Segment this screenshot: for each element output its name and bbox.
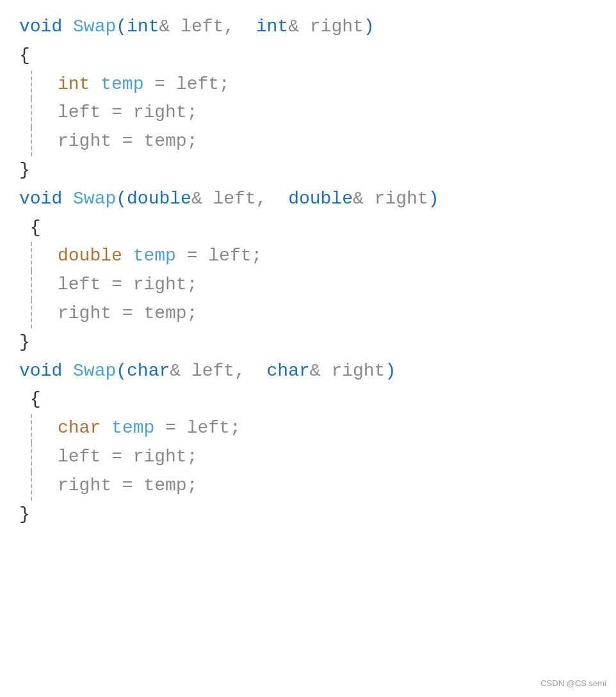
val-right2: right; — [133, 271, 198, 300]
val-temp3: temp; — [143, 472, 197, 501]
body-line-char-3: right = temp; — [31, 472, 603, 501]
val-left1: left; — [176, 70, 230, 99]
code-container: void Swap(int& left, int& right) { int t… — [0, 6, 616, 535]
open-brace-char: { — [13, 385, 603, 414]
body-line-double-3: right = temp; — [31, 300, 603, 328]
param-type-int2: int — [256, 13, 288, 42]
paren-close1: ) — [364, 13, 375, 42]
signature-line-char: void Swap(char& left, char& right) — [13, 357, 603, 386]
comma2: , — [256, 185, 267, 214]
param-right1: right — [310, 13, 364, 42]
amp4: & — [353, 185, 364, 214]
op-eq9: = — [122, 472, 133, 501]
amp1: & — [159, 13, 170, 42]
brace-open: { — [19, 42, 30, 70]
brace-open3: { — [30, 385, 41, 414]
func-name3: Swap — [73, 357, 116, 386]
param-left1: left — [181, 13, 223, 42]
paren-open2: ( — [116, 185, 127, 214]
param-type-double2: double — [288, 185, 353, 214]
param-right2: right — [375, 185, 428, 214]
func-name2: Swap — [73, 185, 116, 214]
param-left2: left — [213, 185, 256, 214]
paren-open3: ( — [116, 357, 127, 386]
open-brace-int: { — [13, 42, 603, 70]
type-char-local: char — [58, 414, 101, 443]
body-line-char-2: left = right; — [31, 443, 603, 472]
val-temp2: temp; — [143, 300, 197, 328]
open-brace-double: { — [13, 214, 603, 243]
param-left3: left — [191, 357, 234, 386]
param-type-double1: double — [127, 185, 191, 214]
op-eq8: = — [111, 443, 122, 472]
body-line-double-1: double temp = left; — [31, 242, 603, 271]
param-type-char2: char — [267, 357, 310, 386]
body-line-int-2: left = right; — [31, 99, 603, 127]
right-assign1: right — [58, 127, 111, 156]
brace-close: } — [19, 156, 30, 185]
op-eq6: = — [122, 300, 133, 328]
signature-line-int: void Swap(int& left, int& right) — [13, 13, 603, 42]
amp2: & — [288, 13, 299, 42]
var-temp-int: temp — [101, 70, 143, 99]
op-eq5: = — [111, 271, 122, 300]
val-right3: right; — [133, 443, 198, 472]
amp3: & — [191, 185, 202, 214]
body-line-char-1: char temp = left; — [31, 414, 603, 443]
param-type-int1: int — [127, 13, 159, 42]
keyword-void3: void — [19, 357, 62, 386]
val-left2: left; — [208, 242, 262, 271]
val-temp1: temp; — [143, 127, 197, 156]
val-right1: right; — [133, 99, 198, 127]
keyword-void: void — [19, 13, 62, 42]
brace-close2: } — [19, 328, 30, 357]
close-brace-char: } — [13, 501, 603, 529]
right-assign3: right — [58, 472, 111, 501]
swap-double-block: void Swap(double& left, double& right) {… — [13, 185, 603, 357]
close-brace-double: } — [13, 328, 603, 357]
op-eq1: = — [154, 70, 165, 99]
keyword-void2: void — [19, 185, 62, 214]
amp6: & — [310, 357, 321, 386]
left-assign2: left — [58, 271, 101, 300]
swap-char-block: void Swap(char& left, char& right) { cha… — [13, 357, 603, 529]
var-temp-char: temp — [111, 414, 154, 443]
amp5: & — [170, 357, 181, 386]
param-type-char1: char — [127, 357, 170, 386]
op-eq4: = — [187, 242, 198, 271]
type-int-local: int — [58, 70, 90, 99]
comma1: , — [223, 13, 234, 42]
func-name: Swap — [73, 13, 116, 42]
signature-line-double: void Swap(double& left, double& right) — [13, 185, 603, 214]
type-double-local: double — [58, 242, 122, 271]
op-eq3: = — [122, 127, 133, 156]
left-assign3: left — [58, 443, 101, 472]
paren-close2: ) — [428, 185, 439, 214]
val-left3: left; — [187, 414, 241, 443]
right-assign2: right — [58, 300, 111, 328]
watermark: CSDN @CS semi — [540, 677, 606, 691]
var-temp-double: temp — [133, 242, 176, 271]
left-assign1: left — [58, 99, 101, 127]
op-eq2: = — [111, 99, 122, 127]
brace-close3: } — [19, 501, 30, 529]
param-right3: right — [331, 357, 385, 386]
close-brace-int: } — [13, 156, 603, 185]
body-line-int-1: int temp = left; — [31, 70, 603, 99]
swap-int-block: void Swap(int& left, int& right) { int t… — [13, 13, 603, 185]
brace-open2: { — [30, 214, 41, 243]
paren-close3: ) — [385, 357, 396, 386]
body-line-double-2: left = right; — [31, 271, 603, 300]
paren-open: ( — [116, 13, 127, 42]
body-line-int-3: right = temp; — [31, 127, 603, 156]
comma3: , — [234, 357, 245, 386]
op-eq7: = — [165, 414, 176, 443]
